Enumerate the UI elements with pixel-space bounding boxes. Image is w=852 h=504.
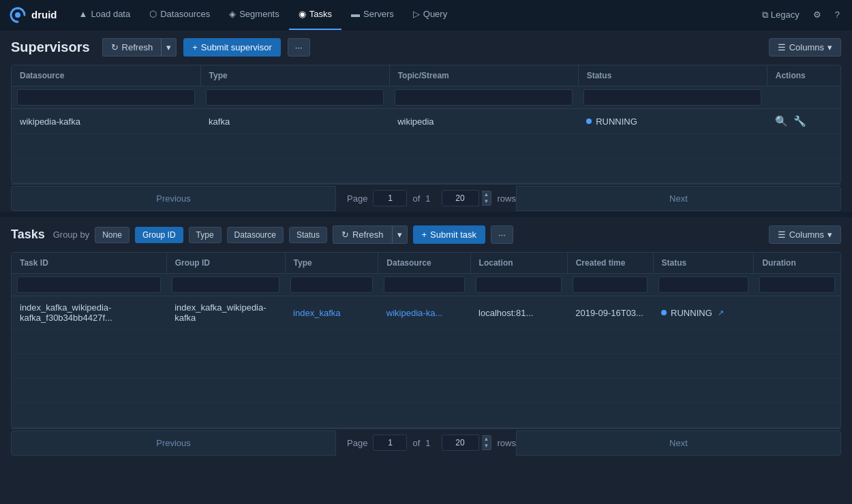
supervisors-previous-button[interactable]: Previous	[11, 186, 336, 211]
created-time-filter-input[interactable]	[573, 277, 648, 293]
location-filter-input[interactable]	[476, 277, 562, 293]
task-id-filter-input[interactable]	[17, 277, 161, 293]
col-header-status: Status	[653, 253, 754, 274]
supervisors-page-input[interactable]	[373, 190, 407, 206]
rows-up-button[interactable]: ▲	[482, 191, 491, 198]
submit-task-label: Submit task	[430, 230, 476, 240]
submit-task-button[interactable]: + Submit task	[413, 225, 486, 244]
search-icon[interactable]: 🔍	[775, 115, 788, 127]
supervisors-columns-button[interactable]: ☰ Columns ▾	[769, 38, 841, 57]
datasource-filter-input[interactable]	[17, 89, 195, 106]
query-icon: ▷	[413, 9, 420, 19]
supervisors-more-button[interactable]: ···	[288, 38, 310, 57]
tasks-total-pages: 1	[425, 438, 430, 448]
nav-item-load-data[interactable]: ▲ Load data	[70, 0, 140, 30]
tasks-header: Tasks Group by None Group ID Type Dataso…	[0, 217, 852, 252]
col-header-created-time: Created time	[567, 253, 653, 274]
supervisors-rows-select: ▲ ▼ rows	[442, 190, 516, 206]
status-filter-input[interactable]	[583, 89, 761, 106]
task-id-cell: index_kafka_wikipedia-kafka_f30b34bb4427…	[12, 296, 166, 330]
chevron-down-icon: ▾	[166, 42, 171, 52]
col-header-status: Status	[578, 65, 767, 86]
empty-row-6	[12, 403, 840, 428]
supervisors-filter-row	[12, 86, 840, 109]
supervisors-refresh-button[interactable]: ↻ Refresh	[102, 38, 162, 57]
duration-filter-input[interactable]	[759, 277, 835, 293]
nav-item-servers[interactable]: ▬ Servers	[341, 0, 404, 30]
group-by-none-button[interactable]: None	[95, 227, 130, 243]
supervisors-next-button[interactable]: Next	[516, 186, 841, 211]
tasks-refresh-dropdown-button[interactable]: ▾	[392, 225, 408, 244]
tasks-next-button[interactable]: Next	[516, 430, 841, 456]
tasks-refresh-button[interactable]: ↻ Refresh	[333, 225, 392, 244]
chevron-down-icon: ▾	[827, 230, 832, 240]
columns-label: Columns	[789, 42, 824, 52]
supervisor-type-cell: kafka	[200, 109, 389, 134]
tasks-refresh-button-group: ↻ Refresh ▾	[333, 225, 408, 244]
supervisors-rows-input[interactable]	[442, 190, 479, 206]
group-by-datasource-button[interactable]: Datasource	[227, 227, 284, 243]
tasks-datasource-filter-input[interactable]	[384, 277, 465, 293]
tasks-rows-input[interactable]	[442, 435, 479, 451]
task-status-label: RUNNING	[671, 308, 712, 318]
group-id-filter-input[interactable]	[172, 277, 279, 293]
topic-stream-filter-input[interactable]	[395, 89, 573, 106]
tasks-page-label: Page	[347, 438, 367, 448]
rows-down-button[interactable]: ▼	[482, 198, 491, 205]
group-by-type-button[interactable]: Type	[189, 227, 222, 243]
settings-wrench-icon[interactable]: 🔧	[793, 115, 806, 127]
nav-item-datasources[interactable]: ⬡ Datasources	[140, 0, 219, 30]
type-filter-input[interactable]	[206, 89, 384, 106]
columns-icon: ☰	[778, 230, 786, 240]
tasks-previous-button[interactable]: Previous	[11, 430, 336, 456]
nav-item-tasks[interactable]: ◉ Tasks	[289, 0, 341, 30]
tasks-rows-down-button[interactable]: ▼	[482, 443, 491, 450]
nav-item-label: Query	[423, 9, 447, 19]
tasks-page-input[interactable]	[373, 435, 407, 451]
col-header-actions: Actions	[767, 65, 840, 86]
plus-icon: +	[422, 230, 427, 240]
tasks-rows-spinner: ▲ ▼	[482, 435, 492, 450]
nav-right: ⧉ Legacy ⚙ ?	[758, 7, 844, 23]
group-by-group-id-button[interactable]: Group ID	[135, 227, 183, 243]
group-by-status-button[interactable]: Status	[289, 227, 327, 243]
refresh-label: Refresh	[122, 42, 153, 52]
submit-supervisor-button[interactable]: + Submit supervisor	[183, 38, 281, 57]
tasks-table: Task ID Group ID Type Datasource Locatio…	[12, 253, 840, 428]
help-icon: ?	[835, 10, 840, 20]
col-header-type: Type	[285, 253, 378, 274]
task-created-time-cell: 2019-09-16T03...	[567, 296, 653, 330]
of-label: of	[412, 193, 420, 204]
task-external-link-icon[interactable]: ↗	[718, 309, 724, 317]
task-status-cell: RUNNING ↗	[653, 296, 754, 330]
supervisors-header: Supervisors ↻ Refresh ▾ + Submit supervi…	[0, 30, 852, 65]
nav-logo[interactable]: druid	[8, 5, 57, 25]
col-header-task-id: Task ID	[12, 253, 166, 274]
task-type-link[interactable]: index_kafka	[293, 308, 340, 318]
supervisors-table: Datasource Type Topic/Stream Status Acti…	[12, 65, 840, 183]
plus-icon: +	[192, 42, 198, 52]
tasks-type-filter-input[interactable]	[290, 277, 373, 293]
help-button[interactable]: ?	[831, 7, 844, 22]
nav-item-label: Load data	[91, 9, 130, 19]
task-datasource-cell: wikipedia-ka...	[378, 296, 470, 330]
nav-item-query[interactable]: ▷ Query	[404, 0, 457, 30]
rows-label: rows	[497, 193, 515, 204]
settings-button[interactable]: ⚙	[809, 7, 825, 22]
task-status-dot	[661, 310, 667, 315]
tasks-rows-up-button[interactable]: ▲	[482, 436, 491, 443]
empty-row-1	[12, 134, 840, 159]
refresh-dropdown-button[interactable]: ▾	[161, 38, 177, 57]
tasks-columns-button[interactable]: ☰ Columns ▾	[769, 225, 841, 244]
task-datasource-link[interactable]: wikipedia-ka...	[386, 308, 442, 318]
tasks-title: Tasks	[11, 227, 45, 242]
legacy-button[interactable]: ⧉ Legacy	[758, 7, 804, 23]
nav-item-segments[interactable]: ◈ Segments	[219, 0, 289, 30]
refresh-icon: ↻	[111, 42, 119, 52]
tasks-status-filter-input[interactable]	[658, 277, 748, 293]
tasks-header-row: Task ID Group ID Type Datasource Locatio…	[12, 253, 840, 274]
nav-items: ▲ Load data ⬡ Datasources ◈ Segments ◉ T…	[70, 0, 758, 30]
tasks-more-button[interactable]: ···	[491, 225, 513, 244]
tasks-icon: ◉	[299, 9, 306, 19]
logo-text: druid	[31, 9, 57, 20]
